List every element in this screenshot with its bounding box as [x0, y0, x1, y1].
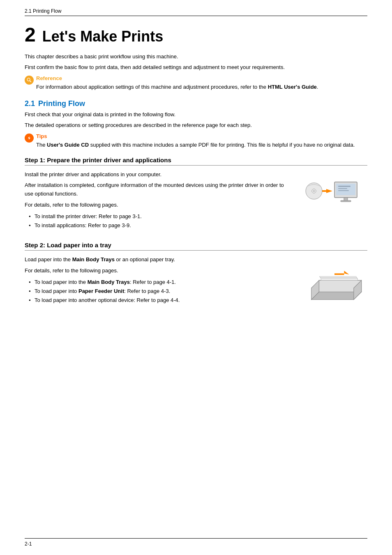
- reference-text: For information about application settin…: [36, 83, 318, 91]
- page-container: 2.1 Printing Flow 2 Let's Make Prints Th…: [0, 0, 392, 555]
- svg-rect-23: [334, 273, 344, 275]
- step2-bullet3: To load paper into another optional devi…: [29, 296, 293, 305]
- b1-after: : Refer to page 4-1.: [130, 279, 176, 285]
- step2-para1: Load paper into the Main Body Trays or a…: [25, 256, 293, 264]
- step2-para1-bold: Main Body Trays: [72, 256, 115, 263]
- tips-icon: [25, 134, 34, 143]
- svg-rect-12: [338, 186, 350, 187]
- svg-marker-2: [28, 136, 30, 140]
- svg-marker-19: [321, 279, 357, 281]
- tips-box: Tips The User's Guide CD supplied with t…: [25, 133, 367, 149]
- tips-text-before: The: [36, 142, 47, 148]
- svg-rect-11: [341, 200, 351, 202]
- b3-before: To load paper into another optional devi…: [35, 297, 180, 303]
- b2-before: To load paper into: [35, 288, 78, 294]
- section-desc2: The detailed operations or setting proce…: [25, 121, 367, 130]
- reference-content-block: Reference For information about applicat…: [36, 75, 318, 91]
- step1-para2: After installation is completed, configu…: [25, 181, 293, 198]
- svg-point-5: [313, 190, 315, 192]
- tips-content-block: Tips The User's Guide CD supplied with t…: [36, 133, 355, 149]
- step1-bullet2: To install applications: Refer to page 3…: [29, 221, 293, 230]
- step2-bullets: To load paper into the Main Body Trays: …: [25, 278, 293, 305]
- reference-icon: [25, 76, 34, 85]
- step2-bullet1: To load paper into the Main Body Trays: …: [29, 278, 293, 287]
- step2-para1-after: or an optional paper tray.: [115, 256, 175, 263]
- tips-text-after: supplied with this machine includes a sa…: [89, 142, 355, 148]
- svg-marker-21: [319, 276, 357, 278]
- intro-line2: First confirm the basic flow to print da…: [25, 63, 367, 71]
- step1-section: Step 1: Prepare the printer driver and a…: [25, 157, 367, 230]
- step2-heading: Step 2: Load paper into a tray: [25, 242, 367, 251]
- chapter-title: 2 Let's Make Prints: [25, 23, 367, 46]
- step1-para3: For details, refer to the following page…: [25, 201, 293, 210]
- step2-text: Load paper into the Main Body Trays or a…: [25, 256, 302, 305]
- chapter-number: 2: [25, 23, 36, 46]
- tips-label: Tips: [36, 133, 355, 139]
- svg-rect-9: [336, 184, 355, 195]
- breadcrumb: 2.1 Printing Flow: [25, 8, 61, 14]
- b2-after: : Refer to page 4-3.: [124, 288, 170, 294]
- section-2-1-title: 2.1Printing Flow: [25, 99, 367, 108]
- svg-line-1: [30, 81, 31, 82]
- step2-bullet2: To load paper into Paper Feeder Unit: Re…: [29, 287, 293, 296]
- svg-rect-7: [322, 190, 328, 192]
- b1-before: To load paper into the: [35, 279, 88, 285]
- section-title-text: Printing Flow: [38, 99, 85, 108]
- tips-text: The User's Guide CD supplied with this m…: [36, 141, 355, 149]
- reference-text-after: .: [317, 84, 318, 90]
- step1-heading: Step 1: Prepare the printer driver and a…: [25, 157, 367, 166]
- step2-para2: For details, refer to the following page…: [25, 267, 293, 275]
- step2-para1-before: Load paper into the: [25, 256, 72, 263]
- step1-image: [302, 170, 367, 212]
- step2-section: Step 2: Load paper into a tray Load pape…: [25, 242, 367, 309]
- reference-label: Reference: [36, 75, 318, 81]
- svg-rect-13: [338, 188, 347, 189]
- reference-box: Reference For information about applicat…: [25, 75, 367, 91]
- intro-line1: This chapter describes a basic print wor…: [25, 53, 367, 61]
- step1-bullet1: To install the printer driver: Refer to …: [29, 212, 293, 221]
- tips-text-bold: User's Guide CD: [47, 142, 89, 148]
- page-number: 2-1: [25, 541, 32, 547]
- step1-para1: Install the printer driver and applicati…: [25, 170, 293, 179]
- svg-rect-14: [338, 190, 349, 191]
- step2-image: [302, 256, 367, 309]
- svg-marker-20: [320, 278, 357, 279]
- section-number: 2.1: [25, 99, 35, 108]
- reference-text-bold: HTML User's Guide: [268, 84, 317, 90]
- chapter-text: Let's Make Prints: [42, 28, 164, 45]
- footer-bar: 2-1: [25, 538, 367, 547]
- header-bar: 2.1 Printing Flow: [25, 8, 367, 16]
- b2-bold: Paper Feeder Unit: [78, 288, 124, 294]
- step2-body: Load paper into the Main Body Trays or a…: [25, 256, 367, 309]
- section-desc1: First check that your original data is p…: [25, 111, 367, 119]
- step1-body: Install the printer driver and applicati…: [25, 170, 367, 230]
- step1-bullets: To install the printer driver: Refer to …: [25, 212, 293, 230]
- svg-marker-22: [344, 271, 349, 274]
- b1-bold: Main Body Trays: [88, 279, 130, 285]
- step1-text: Install the printer driver and applicati…: [25, 170, 302, 230]
- reference-text-before: For information about application settin…: [36, 84, 268, 90]
